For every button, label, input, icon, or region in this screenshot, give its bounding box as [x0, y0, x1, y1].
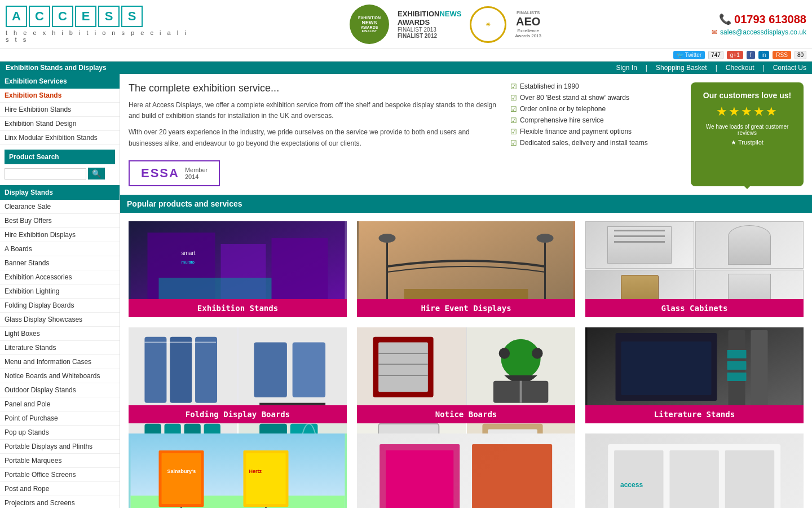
sidebar-item-notice-boards[interactable]: Notice Boards and Whiteboards: [0, 369, 120, 383]
main-layout: Exhibition Services Exhibition Stands Hi…: [0, 74, 812, 508]
sidebar-item-projectors[interactable]: Projectors and Screens: [0, 496, 120, 508]
essa-member-block: Member 2014: [185, 167, 208, 180]
twitter-count: 747: [708, 51, 723, 59]
award-text-block: EXHIBITIONNEWS AWARDS FINALIST 2013 FINA…: [398, 10, 461, 39]
sidebar-item-literature-stands[interactable]: Literature Stands: [0, 341, 120, 355]
sidebar-item-portable-displays[interactable]: Portable Displays and Plinths: [0, 440, 120, 454]
sidebar-item-hire-displays[interactable]: Hire Exhibition Displays: [0, 228, 120, 242]
check-icon-1: ☑: [510, 82, 517, 91]
sidebar-item-accessories[interactable]: Exhibition Accessories: [0, 270, 120, 284]
sidebar-item-portable-marquees[interactable]: Portable Marquees: [0, 454, 120, 468]
sidebar-item-glass-showcases[interactable]: Glass Display Showcases: [0, 313, 120, 327]
sidebar-item-hire-stands[interactable]: Hire Exhibition Stands: [0, 103, 120, 117]
google-plus-button[interactable]: g+1: [727, 51, 743, 59]
sidebar-item-outdoor-stands[interactable]: Outdoor Display Stands: [0, 383, 120, 397]
product-card-placeholder2[interactable]: [357, 433, 575, 508]
signin-link[interactable]: Sign In: [616, 64, 637, 72]
sidebar-item-lighting[interactable]: Exhibition Lighting: [0, 284, 120, 299]
facebook-button[interactable]: f: [747, 51, 755, 59]
feature-text-1: Established in 1990: [520, 82, 579, 90]
product-card-folding-boards[interactable]: Folding Display Boards: [129, 327, 347, 423]
sidebar-item-banner-stands[interactable]: Banner Stands: [0, 256, 120, 270]
welcome-heading: The complete exhibition service...: [129, 82, 499, 94]
phone-number[interactable]: 📞 01793 613088: [694, 13, 806, 26]
feature-text-4: Comprehensive hire service: [520, 116, 604, 124]
shopping-basket-link[interactable]: Shopping Basket: [656, 64, 707, 72]
svg-text:Sainsbury's: Sainsbury's: [167, 468, 196, 474]
sidebar-item-pop-up[interactable]: Pop up Stands: [0, 426, 120, 440]
check-icon-6: ☑: [510, 139, 517, 147]
sidebar-item-linx[interactable]: Linx Modular Exhibition Stands: [0, 131, 120, 145]
essa-year-label: 2014: [185, 173, 208, 180]
contact-link[interactable]: Contact Us: [773, 64, 806, 72]
trustpilot-title: Our customers love us!: [699, 91, 795, 100]
product-label-literature-stands: Literature Stands: [585, 405, 804, 423]
sidebar-item-exhibition-stands[interactable]: Exhibition Stands: [0, 89, 120, 103]
sidebar-item-light-boxes[interactable]: Light Boxes: [0, 327, 120, 341]
check-icon-2: ☑: [510, 94, 517, 102]
nav-links: Sign In | Shopping Basket | Checkout | C…: [616, 64, 806, 72]
email-link[interactable]: ✉ sales@accessdisplays.co.uk: [694, 28, 806, 36]
sidebar-item-point-of-purchase[interactable]: Point of Purchase: [0, 411, 120, 426]
product-card-hire-event[interactable]: Hire Event Displays: [357, 221, 575, 317]
svg-rect-68: [386, 450, 453, 508]
svg-point-33: [499, 348, 510, 359]
product-card-exhibition-stands[interactable]: smart multito Exhibition Stands: [129, 221, 347, 317]
logo-letters: A C C E S S: [6, 6, 143, 27]
feature-4: ☑ Comprehensive hire service: [510, 116, 679, 125]
essa-badge: ESSA Member 2014: [129, 160, 220, 186]
search-area: Product Search 🔍: [0, 145, 120, 184]
products-grid: smart multito Exhibition Stands: [120, 213, 812, 508]
feature-1: ☑ Established in 1990: [510, 82, 679, 91]
logo-letter-c1: C: [29, 6, 50, 27]
product-label-folding-boards: Folding Display Boards: [129, 405, 347, 423]
svg-rect-55: [727, 373, 747, 381]
rss-button[interactable]: RSS: [773, 51, 791, 59]
svg-rect-15: [195, 337, 217, 403]
logo-tagline: t h e e x h i b i t i o n s p e c i a l …: [6, 29, 197, 43]
check-icon-5: ☑: [510, 128, 517, 136]
svg-point-11: [537, 234, 554, 243]
product-label-notice-boards: Notice Boards: [357, 405, 575, 423]
check-icon-4: ☑: [510, 116, 517, 125]
sidebar-item-clearance[interactable]: Clearance Sale: [0, 200, 120, 214]
search-button[interactable]: 🔍: [88, 168, 105, 179]
welcome-para2: With over 20 years experience in the ind…: [129, 127, 499, 148]
logo-letter-c2: C: [52, 6, 73, 27]
linkedin-button[interactable]: in: [758, 51, 770, 59]
product-label-exhibition-stands: Exhibition Stands: [129, 299, 347, 317]
product-card-outdoor-stands[interactable]: Sainsbury's Hertz: [129, 433, 347, 508]
sidebar-item-post-rope[interactable]: Post and Rope: [0, 482, 120, 496]
nav-bar: Exhibition Stands and Displays Sign In |…: [0, 62, 812, 74]
trustpilot-box[interactable]: Our customers love us! ★★★★★ We have loa…: [691, 82, 804, 186]
sidebar-item-panel-pole[interactable]: Panel and Pole: [0, 397, 120, 411]
search-input[interactable]: [5, 168, 86, 179]
product-card-placeholder3[interactable]: access: [585, 433, 804, 508]
svg-point-10: [379, 234, 396, 243]
award-exhibition-news: EXHIBITION NEWS AWARDS FINALIST: [350, 5, 389, 44]
sidebar-item-stand-design[interactable]: Exhibition Stand Design: [0, 117, 120, 131]
sidebar-item-folding-boards[interactable]: Folding Display Boards: [0, 299, 120, 313]
svg-rect-17: [254, 343, 287, 397]
checkout-link[interactable]: Checkout: [726, 64, 754, 72]
product-image-placeholder2: [357, 433, 575, 508]
logo-letter-s1: S: [98, 6, 120, 27]
svg-rect-71: [614, 450, 663, 508]
svg-rect-14: [170, 337, 192, 403]
sidebar-item-portable-screens[interactable]: Portable Office Screens: [0, 468, 120, 482]
fb-count: 80: [795, 51, 806, 59]
sidebar-item-a-boards[interactable]: A Boards: [0, 242, 120, 256]
svg-text:access: access: [620, 481, 643, 489]
product-image-outdoor-stands: Sainsbury's Hertz: [129, 433, 347, 508]
sidebar-item-best-buy[interactable]: Best Buy Offers: [0, 214, 120, 228]
product-card-literature-stands[interactable]: Literature Stands: [585, 327, 804, 423]
product-card-notice-boards[interactable]: Notice Boards: [357, 327, 575, 423]
twitter-button[interactable]: 🐦 Twitter: [673, 51, 705, 59]
svg-rect-69: [472, 444, 552, 508]
product-search-title: Product Search: [5, 150, 115, 164]
logo-area: A C C E S S t h e e x h i b i t i o n s …: [6, 6, 197, 43]
svg-rect-18: [293, 343, 325, 397]
sidebar-item-menu-cases[interactable]: Menu and Information Cases: [0, 355, 120, 369]
product-card-glass-cabinets[interactable]: Glass Cabinets: [585, 221, 804, 317]
trustpilot-logo: ★ Trustpilot: [699, 139, 795, 146]
